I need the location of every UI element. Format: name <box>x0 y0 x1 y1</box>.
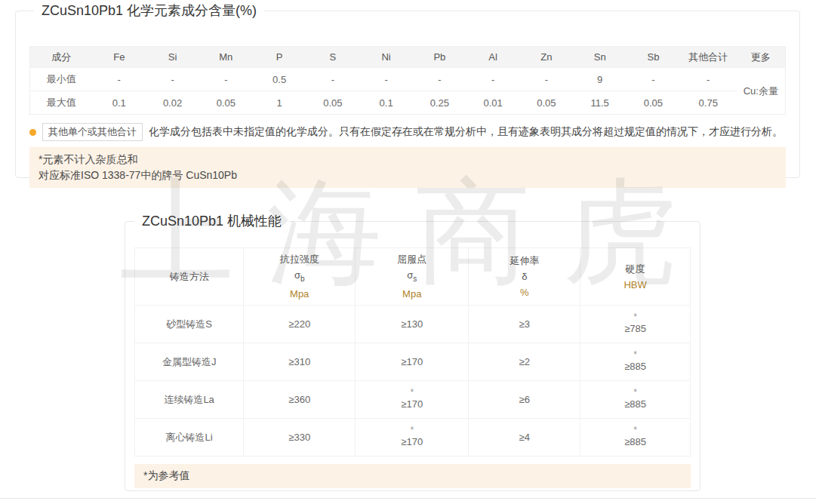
note-text: 化学成分包括表中未指定值的化学成分。只有在假定存在或在常规分析中，且有迹象表明其… <box>149 125 783 139</box>
table-cell: ≥170 <box>356 343 469 381</box>
table-cell: - <box>199 68 253 91</box>
chem-col-header-si: Si <box>146 47 199 68</box>
header-unit: Mpa <box>244 286 355 302</box>
table-cell: ≥360 <box>244 381 356 419</box>
table-cell: 9 <box>573 68 627 91</box>
chem-col-header-sb: Sb <box>627 47 680 68</box>
table-cell: ≥3 <box>469 306 580 343</box>
chem-note-line: 其他单个或其他合计 化学成分包括表中未指定值的化学成分。只有在假定存在或在常规分… <box>29 123 786 141</box>
table-cell: 0.1 <box>359 91 413 115</box>
table-cell: ≥220 <box>244 306 356 343</box>
mech-header-row: 铸造方法 抗拉强度 σb Mpa 屈服点 σs Mpa 延伸率 δ % <box>135 248 691 306</box>
mech-row-metal-mold-casting: 金属型铸造J ≥310 ≥170 ≥2 *≥885 <box>135 343 691 381</box>
table-cell: 0.05 <box>520 91 574 115</box>
note-tag: 其他单个或其他合计 <box>42 123 143 141</box>
chem-col-header-label: 成分 <box>30 47 93 68</box>
table-cell: - <box>146 68 199 91</box>
chem-col-header-p: P <box>253 47 306 68</box>
table-cell: 0.05 <box>199 91 253 115</box>
table-cell: 0.75 <box>680 91 737 115</box>
note-bullet-icon <box>29 129 36 136</box>
chem-col-header-others-total: 其他合计 <box>680 47 737 68</box>
mech-col-header-hardness: 硬度 HBW <box>580 248 691 306</box>
header-line: 抗拉强度 <box>244 251 355 267</box>
mech-section-title: ZCuSn10Pb1 机械性能 <box>134 212 289 230</box>
mech-col-header-elongation: 延伸率 δ % <box>469 248 580 306</box>
header-symbol: σb <box>244 267 355 287</box>
header-line: 屈服点 <box>356 251 468 267</box>
table-cell: 0.25 <box>413 91 467 115</box>
chem-col-header-sn: Sn <box>573 47 627 68</box>
mech-col-header-tensile: 抗拉强度 σb Mpa <box>244 248 356 306</box>
table-cell: 1 <box>253 91 306 115</box>
chem-col-header-zn: Zn <box>520 47 574 68</box>
table-cell: - <box>520 68 574 91</box>
table-cell: 0.5 <box>253 68 306 91</box>
chem-section-title: ZCuSn10Pb1 化学元素成分含量(%) <box>34 2 264 20</box>
header-symbol: δ <box>469 269 580 284</box>
chem-table: 成分 Fe Si Mn P S Ni Pb Al Zn Sn Sb 其他合计 更… <box>29 46 786 115</box>
mech-footnote-block: *为参考值 <box>134 464 691 488</box>
footnote-line: *元素不计入杂质总和 <box>38 152 777 167</box>
table-cell: ≥310 <box>244 343 356 381</box>
table-cell: - <box>680 68 737 91</box>
footnote-line: 对应标准ISO 1338-77中的牌号 CuSn10Pb <box>38 167 777 183</box>
header-line: 硬度 <box>580 261 690 277</box>
table-cell: 0.05 <box>306 91 359 115</box>
chem-col-header-al: Al <box>467 47 520 68</box>
table-cell: *≥885 <box>580 419 691 456</box>
table-cell: ≥130 <box>356 306 469 343</box>
table-cell: 0.1 <box>92 91 146 115</box>
mech-section-panel: ZCuSn10Pb1 机械性能 铸造方法 抗拉强度 σb Mpa 屈服点 σs <box>125 221 701 491</box>
chem-row-min: 最小值 - - - 0.5 - - - - - 9 - - Cu:余量 <box>30 68 786 91</box>
table-cell: *≥170 <box>356 381 469 419</box>
table-cell: 0.02 <box>146 91 199 115</box>
table-cell: 11.5 <box>573 91 627 115</box>
mech-col-header-yield: 屈服点 σs Mpa <box>356 248 469 306</box>
header-unit: HBW <box>580 277 690 293</box>
header-unit: % <box>469 284 580 300</box>
row-label: 最小值 <box>30 68 93 91</box>
mech-row-centrifugal-casting: 离心铸造Li ≥330 *≥170 ≥4 *≥885 <box>135 419 691 456</box>
chem-section-panel: ZCuSn10Pb1 化学元素成分含量(%) 成分 Fe Si Mn P S <box>15 11 800 178</box>
method-cell: 离心铸造Li <box>135 419 244 456</box>
table-cell: - <box>413 68 467 91</box>
method-cell: 连续铸造La <box>135 381 244 419</box>
chem-col-header-s: S <box>306 47 359 68</box>
table-cell: *≥170 <box>356 419 469 456</box>
chem-footnote-block: *元素不计入杂质总和 对应标准ISO 1338-77中的牌号 CuSn10Pb <box>29 147 786 188</box>
table-cell: - <box>359 68 413 91</box>
chem-col-header-fe: Fe <box>92 47 146 68</box>
chem-row-max: 最大值 0.1 0.02 0.05 1 0.05 0.1 0.25 0.01 0… <box>30 91 786 115</box>
mech-table: 铸造方法 抗拉强度 σb Mpa 屈服点 σs Mpa 延伸率 δ % <box>134 247 691 456</box>
row-label: 最大值 <box>30 91 93 115</box>
table-cell: 0.05 <box>627 91 680 115</box>
method-cell: 砂型铸造S <box>135 306 244 343</box>
chem-header-row: 成分 Fe Si Mn P S Ni Pb Al Zn Sn Sb 其他合计 更… <box>30 47 786 68</box>
table-cell: ≥6 <box>469 381 580 419</box>
more-column-header[interactable]: 更多 <box>737 47 786 68</box>
table-cell: *≥785 <box>580 306 691 343</box>
header-symbol: σs <box>356 267 468 287</box>
table-cell: - <box>467 68 520 91</box>
table-cell: ≥2 <box>469 343 580 381</box>
table-cell: ≥330 <box>244 419 356 456</box>
header-line: 延伸率 <box>469 253 580 269</box>
chem-col-header-pb: Pb <box>413 47 467 68</box>
mech-col-header-method: 铸造方法 <box>135 248 244 306</box>
table-cell: - <box>306 68 359 91</box>
chem-col-header-ni: Ni <box>359 47 413 68</box>
table-cell: *≥885 <box>580 381 691 419</box>
chem-col-header-mn: Mn <box>199 47 253 68</box>
table-cell: ≥4 <box>469 419 580 456</box>
section-divider <box>0 498 816 499</box>
table-cell: - <box>92 68 146 91</box>
header-unit: Mpa <box>356 286 468 302</box>
mech-row-sand-casting: 砂型铸造S ≥220 ≥130 ≥3 *≥785 <box>135 306 691 343</box>
method-cell: 金属型铸造J <box>135 343 244 381</box>
cu-balance-cell: Cu:余量 <box>737 68 786 115</box>
table-cell: 0.01 <box>467 91 520 115</box>
table-cell: *≥885 <box>580 343 691 381</box>
table-cell: - <box>627 68 680 91</box>
mech-row-continuous-casting: 连续铸造La ≥360 *≥170 ≥6 *≥885 <box>135 381 691 419</box>
